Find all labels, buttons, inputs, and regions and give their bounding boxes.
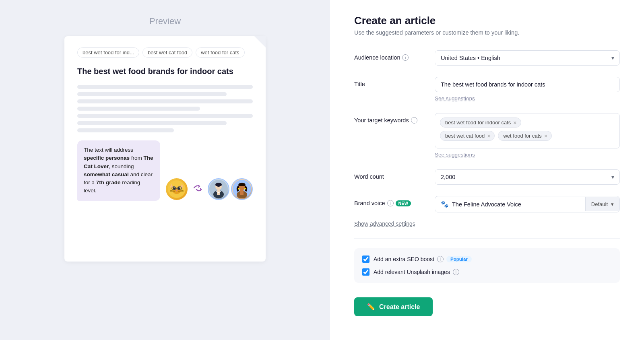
content-line — [77, 121, 227, 125]
brand-voice-label: Brand voice i new — [354, 196, 435, 206]
preview-card: best wet food for ind... best wet cat fo… — [64, 36, 266, 262]
svg-point-7 — [178, 187, 180, 190]
avatars-row — [165, 177, 253, 201]
brand-voice-info-icon[interactable]: i — [387, 200, 394, 206]
keyword-tag-1: best wet food for ind... — [77, 47, 139, 58]
svg-point-22 — [215, 183, 222, 187]
brand-voice-row: Brand voice i new 🐾 The Feline Advocate … — [354, 196, 620, 212]
keywords-info-icon[interactable]: i — [411, 117, 417, 124]
avatar-person-female — [231, 178, 253, 200]
speech-bubble-area: The text will address specific personas … — [77, 140, 253, 201]
title-see-suggestions[interactable]: See suggestions — [435, 95, 475, 101]
svg-rect-26 — [240, 190, 244, 195]
right-panel: Create an article Use the suggested para… — [330, 0, 644, 340]
keyword-chip-remove-1[interactable]: × — [513, 120, 516, 126]
avatar-person-male — [208, 178, 229, 200]
keywords-label: Your target keywords i — [354, 113, 435, 124]
paw-icon: 🐾 — [441, 200, 449, 208]
seo-boost-row: Add an extra SEO boost i Popular — [362, 256, 612, 263]
title-row: Title See suggestions — [354, 77, 620, 102]
brand-voice-main: 🐾 The Feline Advocate Voice — [435, 196, 585, 212]
brand-voice-default-button[interactable]: Default ▾ — [585, 197, 619, 211]
page-heading: Create an article — [354, 14, 620, 27]
unsplash-checkbox[interactable] — [362, 268, 369, 276]
keywords-container[interactable]: best wet food for indoor cats × best wet… — [435, 113, 620, 148]
word-count-control: 500 1,000 1,500 2,000 2,500 3,000 ▾ — [435, 169, 620, 185]
page-subheading: Use the suggested parameters or customiz… — [354, 29, 620, 36]
content-line — [77, 99, 253, 103]
word-count-select[interactable]: 500 1,000 1,500 2,000 2,500 3,000 — [435, 169, 620, 185]
title-input[interactable] — [435, 77, 620, 92]
unsplash-label: Add relevant Unsplash images i — [374, 269, 459, 275]
keywords-row-inner-2: best wet cat food × wet food for cats × — [440, 131, 615, 141]
divider — [354, 238, 620, 239]
audience-location-select[interactable]: United States • English United Kingdom •… — [435, 50, 620, 66]
show-advanced-button[interactable]: Show advanced settings — [354, 220, 620, 227]
keywords-control: best wet food for indoor cats × best wet… — [435, 113, 620, 158]
keywords-row: Your target keywords i best wet food for… — [354, 113, 620, 158]
title-label: Title — [354, 77, 435, 87]
popular-badge: Popular — [446, 256, 472, 262]
seo-boost-info-icon[interactable]: i — [437, 256, 444, 262]
speech-bubble: The text will address specific personas … — [77, 140, 160, 201]
svg-point-8 — [174, 188, 175, 188]
keyword-chip-1: best wet food for indoor cats × — [440, 117, 521, 128]
keyword-tag-2: best wet cat food — [142, 47, 192, 58]
seo-boost-label: Add an extra SEO boost i Popular — [374, 256, 472, 262]
keyword-chip-remove-2[interactable]: × — [487, 133, 490, 139]
arrow-icon — [192, 182, 204, 196]
svg-point-9 — [179, 188, 180, 188]
word-count-row: Word count 500 1,000 1,500 2,000 2,500 3… — [354, 169, 620, 185]
audience-location-info-icon[interactable]: i — [402, 54, 409, 61]
unsplash-row: Add relevant Unsplash images i — [362, 268, 612, 276]
keyword-chip-2: best wet cat food × — [440, 131, 495, 141]
keywords-see-suggestions[interactable]: See suggestions — [435, 152, 475, 158]
preview-label: Preview — [149, 16, 181, 27]
audience-location-label: Audience location i — [354, 50, 435, 61]
brand-voice-wrapper[interactable]: 🐾 The Feline Advocate Voice Default ▾ — [435, 196, 620, 212]
word-count-label: Word count — [354, 169, 435, 180]
preview-content-lines — [77, 85, 253, 132]
brand-voice-control: 🐾 The Feline Advocate Voice Default ▾ — [435, 196, 620, 212]
keyword-chip-remove-3[interactable]: × — [544, 133, 547, 139]
content-line — [77, 107, 200, 111]
keywords-row-inner: best wet food for indoor cats × — [440, 117, 615, 128]
keyword-tag-3: wet food for cats — [196, 47, 244, 58]
unsplash-info-icon[interactable]: i — [453, 269, 459, 275]
audience-location-row: Audience location i United States • Engl… — [354, 50, 620, 66]
preview-keyword-tags: best wet food for ind... best wet cat fo… — [77, 47, 253, 58]
svg-point-28 — [244, 188, 246, 190]
card-corner — [254, 36, 266, 47]
preview-article-title: The best wet food brands for indoor cats — [77, 66, 253, 77]
svg-point-27 — [238, 188, 239, 190]
avatar-cat — [165, 177, 188, 201]
svg-point-6 — [173, 187, 175, 190]
brand-voice-chevron-icon: ▾ — [611, 201, 614, 207]
seo-boost-checkbox[interactable] — [362, 256, 369, 263]
pencil-icon: ✏️ — [367, 303, 375, 311]
brand-voice-name: The Feline Advocate Voice — [452, 201, 521, 208]
create-article-button[interactable]: ✏️ Create article — [354, 297, 433, 316]
keyword-chip-3: wet food for cats × — [498, 131, 552, 141]
audience-location-control: United States • English United Kingdom •… — [435, 50, 620, 66]
new-badge: new — [396, 200, 411, 206]
advanced-section: Add an extra SEO boost i Popular Add rel… — [354, 248, 620, 283]
title-control: See suggestions — [435, 77, 620, 102]
svg-point-13 — [176, 190, 178, 191]
preview-panel: Preview best wet food for ind... best we… — [0, 0, 330, 340]
audience-location-select-wrapper: United States • English United Kingdom •… — [435, 50, 620, 66]
content-line — [77, 114, 253, 118]
content-line — [77, 128, 174, 132]
content-line — [77, 85, 253, 89]
word-count-select-wrapper: 500 1,000 1,500 2,000 2,500 3,000 ▾ — [435, 169, 620, 185]
content-line — [77, 92, 227, 96]
